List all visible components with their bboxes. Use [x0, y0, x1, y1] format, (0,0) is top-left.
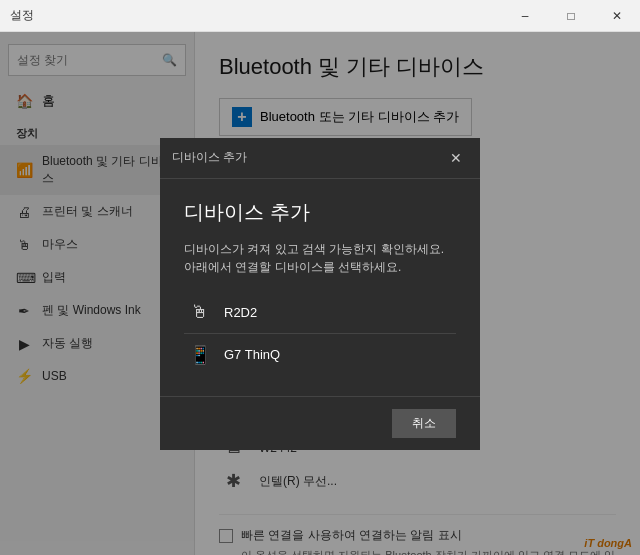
title-bar: 설정 – □ ✕ [0, 0, 640, 32]
modal-body: 디바이스 추가 디바이스가 켜져 있고 검색 가능한지 확인하세요. 아래에서 … [160, 179, 480, 396]
maximize-button[interactable]: □ [548, 0, 594, 32]
close-button[interactable]: ✕ [594, 0, 640, 32]
g7thinq-icon: 📱 [188, 344, 212, 366]
modal-title-text: 디바이스 추가 [172, 149, 247, 166]
modal-footer: 취소 [160, 396, 480, 450]
modal-titlebar: 디바이스 추가 ✕ [160, 138, 480, 179]
modal-device-r2d2[interactable]: 🖱 R2D2 [184, 292, 456, 334]
g7thinq-label: G7 ThinQ [224, 347, 280, 362]
minimize-button[interactable]: – [502, 0, 548, 32]
cancel-button[interactable]: 취소 [392, 409, 456, 438]
add-device-modal: 디바이스 추가 ✕ 디바이스 추가 디바이스가 켜져 있고 검색 가능한지 확인… [160, 138, 480, 450]
modal-close-button[interactable]: ✕ [444, 146, 468, 170]
title-bar-controls: – □ ✕ [502, 0, 640, 32]
modal-desc: 디바이스가 켜져 있고 검색 가능한지 확인하세요. 아래에서 연결할 디바이스… [184, 240, 456, 276]
r2d2-icon: 🖱 [188, 302, 212, 323]
r2d2-label: R2D2 [224, 305, 257, 320]
modal-device-g7thinq[interactable]: 📱 G7 ThinQ [184, 334, 456, 376]
modal-overlay: 디바이스 추가 ✕ 디바이스 추가 디바이스가 켜져 있고 검색 가능한지 확인… [0, 32, 640, 555]
title-bar-text: 설정 [10, 7, 34, 24]
modal-heading: 디바이스 추가 [184, 199, 456, 226]
